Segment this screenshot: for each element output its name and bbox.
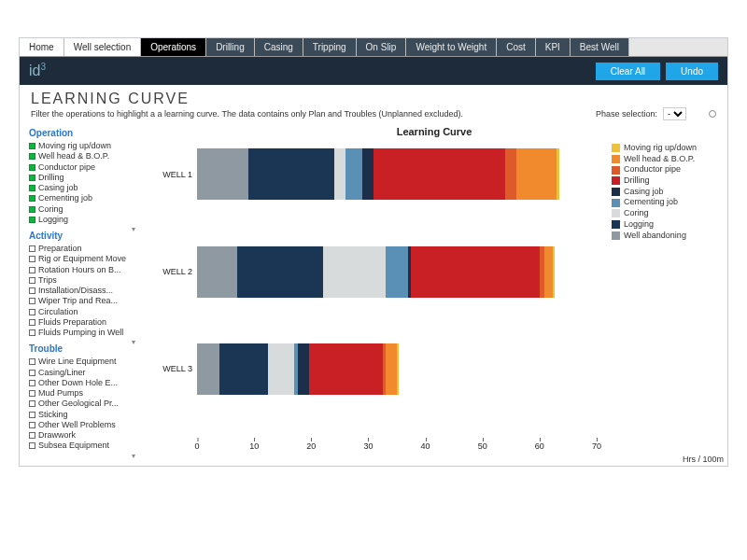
checkbox-icon[interactable] — [29, 298, 35, 304]
filter-item-label: Sticking — [38, 410, 68, 420]
legend-swatch-icon — [612, 209, 620, 217]
chart-segment — [197, 343, 219, 395]
phase-select[interactable]: - — [663, 107, 686, 120]
tab-tripping[interactable]: Tripping — [303, 38, 357, 56]
filter-item[interactable]: Other Well Problems — [29, 420, 137, 430]
tab-weight-to-weight[interactable]: Weight to Weight — [406, 38, 497, 56]
filter-item-label: Well head & B.O.P. — [38, 151, 109, 161]
chart-plot: WELL 1WELL 2WELL 3010203040506070 — [197, 143, 597, 438]
filter-item[interactable]: Sticking — [29, 410, 137, 420]
chart-row: WELL 3 — [197, 343, 597, 395]
filter-item[interactable]: Wire Line Equipment — [29, 357, 137, 367]
filter-item[interactable]: Other Geological Pr... — [29, 399, 137, 409]
filter-item[interactable]: Trips — [29, 275, 137, 286]
legend-label: Drilling — [624, 175, 650, 187]
filter-item-label: Casing job — [38, 183, 78, 193]
filter-item[interactable]: Rig or Equipment Move — [29, 254, 137, 264]
checkbox-icon[interactable] — [29, 217, 35, 223]
filter-item-label: Drilling — [38, 173, 64, 183]
chart-segment — [309, 343, 383, 395]
filter-item-label: Wiper Trip and Rea... — [38, 296, 118, 306]
checkbox-icon[interactable] — [29, 319, 35, 326]
checkbox-icon[interactable] — [29, 432, 35, 439]
chart-area: Learning Curve WELL 1WELL 2WELL 30102030… — [141, 122, 727, 466]
checkbox-icon[interactable] — [29, 287, 35, 294]
x-tick: 50 — [478, 441, 487, 451]
filter-item[interactable]: Coring — [29, 204, 137, 215]
filter-item[interactable]: Fluids Pumping in Well — [29, 328, 137, 338]
chevron-down-icon[interactable]: ▾ — [132, 338, 135, 346]
tab-best-well[interactable]: Best Well — [571, 38, 629, 56]
filter-item[interactable]: Installation/Disass... — [29, 286, 137, 296]
checkbox-icon[interactable] — [29, 195, 35, 202]
checkbox-icon[interactable] — [29, 329, 35, 336]
checkbox-icon[interactable] — [29, 143, 35, 149]
tab-casing[interactable]: Casing — [255, 38, 303, 56]
chart-segment — [397, 343, 399, 395]
chart-row-label: WELL 2 — [146, 267, 192, 276]
filter-group-title: Trouble — [29, 343, 137, 354]
checkbox-icon[interactable] — [29, 400, 35, 407]
chevron-down-icon[interactable]: ▾ — [132, 225, 135, 233]
checkbox-icon[interactable] — [29, 175, 35, 181]
clear-all-button[interactable]: Clear All — [596, 63, 660, 80]
checkbox-icon[interactable] — [29, 277, 35, 284]
checkbox-icon[interactable] — [29, 370, 35, 376]
checkbox-icon[interactable] — [29, 380, 35, 386]
tab-operations[interactable]: Operations — [141, 38, 206, 56]
checkbox-icon[interactable] — [29, 442, 35, 449]
checkbox-icon[interactable] — [29, 245, 35, 252]
checkbox-icon[interactable] — [29, 412, 35, 418]
filter-item[interactable]: Preparation — [29, 244, 137, 254]
chart-segment — [219, 343, 268, 395]
filter-item[interactable]: Drilling — [29, 173, 137, 183]
tab-on-slip[interactable]: On Slip — [357, 38, 407, 56]
chevron-down-icon[interactable]: ▾ — [132, 452, 135, 460]
legend-item: Well abandoning — [612, 231, 724, 242]
tab-well-selection[interactable]: Well selection — [64, 38, 142, 56]
tab-cost[interactable]: Cost — [497, 38, 536, 56]
filter-item[interactable]: Casing job — [29, 183, 137, 193]
filter-item[interactable]: Drawwork — [29, 430, 137, 441]
x-tick: 10 — [249, 441, 259, 451]
filter-item-label: Conductor pipe — [38, 162, 95, 173]
checkbox-icon[interactable] — [29, 390, 35, 397]
filter-item[interactable]: Subsea Equipment — [29, 441, 137, 451]
legend-label: Conductor pipe — [624, 164, 681, 175]
chart-segment — [268, 343, 294, 395]
filter-item-label: Coring — [38, 204, 63, 215]
page-title: LEARNING CURVE — [31, 91, 716, 107]
chart-row-label: WELL 3 — [146, 364, 192, 373]
filter-item[interactable]: Mud Pumps — [29, 388, 137, 399]
filter-item[interactable]: Conductor pipe — [29, 162, 137, 173]
checkbox-icon[interactable] — [29, 267, 35, 273]
checkbox-icon[interactable] — [29, 185, 35, 191]
tab-kpi[interactable]: KPI — [536, 38, 571, 56]
checkbox-icon[interactable] — [29, 358, 35, 365]
filter-item-label: Wire Line Equipment — [38, 357, 117, 367]
chart-segment — [516, 148, 557, 200]
x-tick: 60 — [535, 441, 544, 451]
checkbox-icon[interactable] — [29, 206, 35, 213]
chart-segment — [386, 343, 397, 395]
checkbox-icon[interactable] — [29, 164, 35, 171]
checkbox-icon[interactable] — [29, 309, 35, 315]
filter-item[interactable]: Casing/Liner — [29, 368, 137, 378]
checkbox-icon[interactable] — [29, 153, 35, 160]
checkbox-icon[interactable] — [29, 256, 35, 262]
undo-button[interactable]: Undo — [666, 63, 718, 80]
legend-item: Casing job — [612, 187, 724, 198]
filter-item[interactable]: Logging — [29, 215, 137, 225]
filter-item[interactable]: Wiper Trip and Rea... — [29, 296, 137, 306]
legend-label: Cementing job — [624, 197, 678, 208]
checkbox-icon[interactable] — [29, 422, 35, 428]
tab-home[interactable]: Home — [20, 38, 64, 56]
filter-item[interactable]: Fluids Preparation — [29, 317, 137, 328]
filter-item[interactable]: Moving rig up/down — [29, 141, 137, 151]
filter-item[interactable]: Circulation — [29, 307, 137, 317]
filter-item[interactable]: Cementing job — [29, 193, 137, 203]
filter-item[interactable]: Other Down Hole E... — [29, 378, 137, 388]
filter-item[interactable]: Well head & B.O.P. — [29, 151, 137, 161]
tab-drilling[interactable]: Drilling — [206, 38, 255, 56]
filter-item[interactable]: Rotation Hours on B... — [29, 265, 137, 275]
